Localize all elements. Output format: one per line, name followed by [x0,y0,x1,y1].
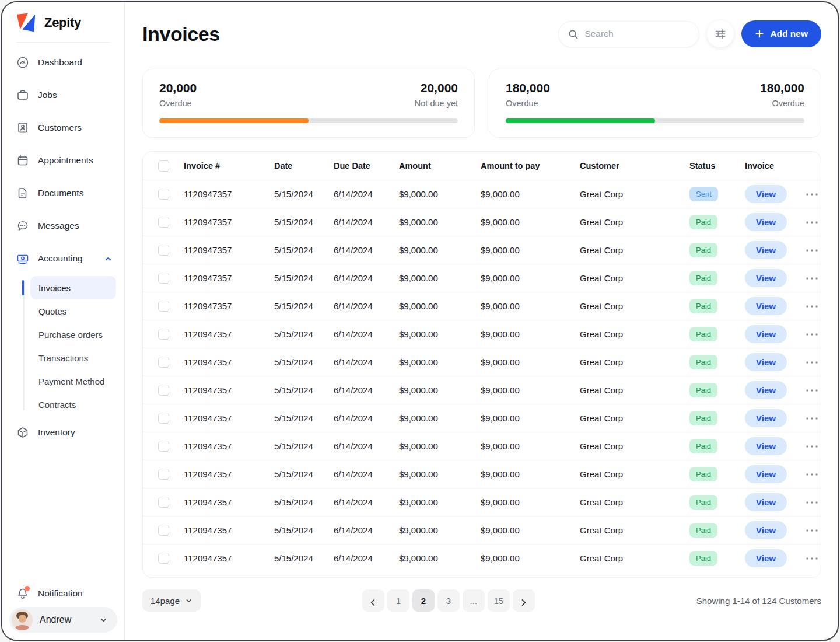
row-checkbox[interactable] [158,357,169,368]
cell-amount-to-pay: $9,000.00 [481,357,580,367]
page-button-3[interactable]: 3 [438,589,460,612]
view-button[interactable]: View [745,353,787,371]
view-button[interactable]: View [745,241,787,259]
row-checkbox[interactable] [158,301,169,312]
row-actions-button[interactable] [806,445,821,448]
user-menu[interactable]: Andrew [9,607,117,633]
cell-amount-to-pay: $9,000.00 [481,189,580,199]
view-button[interactable]: View [745,213,787,231]
add-new-button[interactable]: Add new [741,20,821,47]
cell-customer: Great Corp [580,189,690,199]
cell-invoice-number: 1120947357 [184,441,274,451]
select-all-checkbox[interactable] [158,160,169,172]
sidebar-subitem-transactions[interactable]: Transactions [30,346,116,369]
row-actions-button[interactable] [806,193,821,196]
search-input[interactable] [584,29,690,39]
page-button-1[interactable]: 1 [387,589,410,612]
row-actions-button[interactable] [806,529,821,532]
cell-invoice-number: 1120947357 [184,469,274,479]
cell-amount-to-pay: $9,000.00 [481,553,580,563]
sidebar-item-jobs[interactable]: Jobs [2,79,124,111]
sidebar-item-dashboard[interactable]: Dashboard [2,46,124,79]
cell-due-date: 6/14/2024 [334,553,399,563]
row-actions-button[interactable] [806,389,821,392]
page-ellipsis: ... [463,589,485,612]
row-checkbox[interactable] [158,217,169,228]
sliders-icon [714,27,727,40]
cell-date: 5/15/2024 [274,525,334,535]
notification-button[interactable]: Notification [9,580,117,607]
row-checkbox[interactable] [158,469,169,480]
ellipsis-icon [806,529,818,532]
sidebar-subitem-quotes[interactable]: Quotes [30,299,116,323]
row-actions-button[interactable] [806,473,821,476]
table-row: 1120947357 5/15/2024 6/14/2024 $9,000.00… [143,432,821,460]
row-checkbox[interactable] [158,189,169,200]
row-actions-button[interactable] [806,249,821,252]
row-checkbox[interactable] [158,525,169,536]
row-checkbox[interactable] [158,273,169,284]
invoices-table: Invoice #DateDue DateAmountAmount to pay… [142,151,821,578]
row-checkbox[interactable] [158,413,169,424]
next-page-button[interactable] [513,589,535,612]
row-checkbox[interactable] [158,329,169,340]
row-actions-button[interactable] [806,305,821,308]
page-button-2[interactable]: 2 [412,589,435,612]
view-button[interactable]: View [745,381,787,399]
row-checkbox[interactable] [158,245,169,256]
filter-button[interactable] [707,20,734,47]
page-size-select[interactable]: 14page [142,589,201,612]
view-button[interactable]: View [745,325,787,343]
view-button[interactable]: View [745,409,787,427]
sidebar-item-customers[interactable]: Customers [2,111,124,144]
cell-customer: Great Corp [580,385,690,395]
sidebar-subitem-contracts[interactable]: Contracts [30,393,116,416]
sidebar-item-accounting[interactable]: Accounting [2,242,124,275]
row-actions-button[interactable] [806,361,821,364]
cell-due-date: 6/14/2024 [334,357,399,367]
view-button[interactable]: View [745,437,787,455]
row-actions-button[interactable] [806,501,821,504]
view-button[interactable]: View [745,269,787,287]
ellipsis-icon [806,277,818,280]
previous-page-button[interactable] [362,589,384,612]
view-button[interactable]: View [745,521,787,539]
sidebar-subitem-payment-method[interactable]: Payment Method [30,369,116,393]
table-row: 1120947357 5/15/2024 6/14/2024 $9,000.00… [143,236,821,264]
table-row: 1120947357 5/15/2024 6/14/2024 $9,000.00… [143,404,821,432]
add-new-label: Add new [770,29,808,39]
row-checkbox[interactable] [158,385,169,396]
page-button-15[interactable]: 15 [488,589,510,612]
row-actions-button[interactable] [806,333,821,336]
banknote-icon [16,252,29,265]
cell-date: 5/15/2024 [274,413,334,423]
sidebar-subitem-invoices[interactable]: Invoices [30,276,116,299]
view-button[interactable]: View [745,465,787,483]
row-checkbox[interactable] [158,497,169,508]
row-checkbox[interactable] [158,553,169,564]
row-checkbox[interactable] [158,441,169,452]
cell-invoice-number: 1120947357 [184,553,274,563]
sidebar-item-inventory[interactable]: Inventory [2,416,124,449]
cell-date: 5/15/2024 [274,385,334,395]
cell-due-date: 6/14/2024 [334,441,399,451]
chevron-right-icon [519,598,528,607]
sidebar-item-label: Jobs [38,90,57,100]
cell-amount: $9,000.00 [399,329,481,339]
sidebar-item-label: Appointments [38,155,93,166]
progress-track [159,118,458,123]
sidebar-item-appointments[interactable]: Appointments [2,144,124,177]
row-actions-button[interactable] [806,557,821,560]
sidebar-subitem-purchase-orders[interactable]: Purchase orders [30,323,116,346]
row-actions-button[interactable] [806,221,821,224]
sidebar-item-documents[interactable]: Documents [2,177,124,210]
view-button[interactable]: View [745,185,787,203]
cell-amount: $9,000.00 [399,553,481,563]
sidebar-item-messages[interactable]: Messages [2,210,124,242]
row-actions-button[interactable] [806,417,821,420]
view-button[interactable]: View [745,493,787,511]
row-actions-button[interactable] [806,277,821,280]
main-content: Invoices Add new [125,2,838,640]
view-button[interactable]: View [745,297,787,315]
view-button[interactable]: View [745,549,787,567]
